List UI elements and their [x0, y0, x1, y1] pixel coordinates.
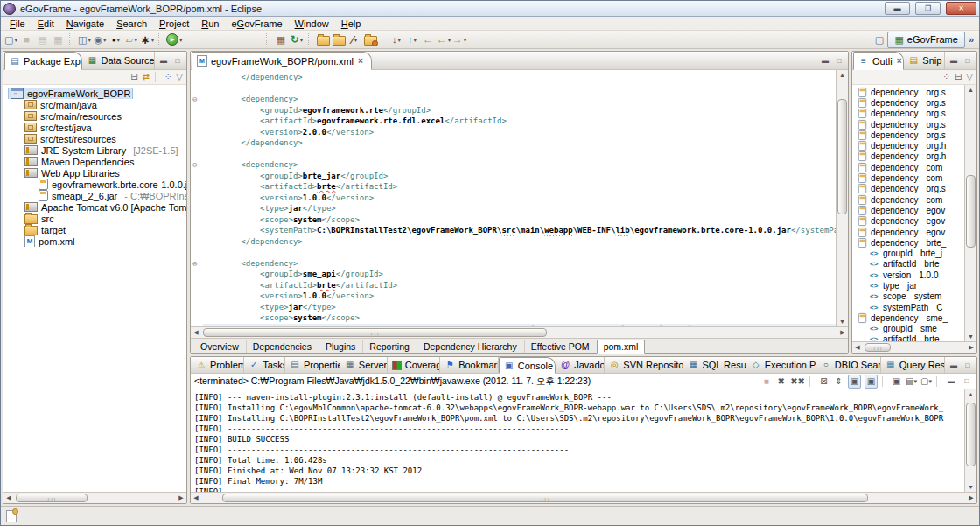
terminate-button[interactable]: ■ [760, 375, 772, 388]
outline-item[interactable]: dependencyegov [852, 205, 964, 215]
tree-item[interactable]: src [4, 213, 186, 224]
scrollbar-track[interactable] [965, 95, 976, 332]
page-tab-overview[interactable]: Overview [193, 340, 246, 353]
terminal-dropdown-button[interactable]: ▾ [108, 32, 123, 47]
scrollbar-track[interactable] [836, 80, 848, 317]
editor-margin-cell[interactable]: ⊖ [191, 258, 203, 270]
outline-item[interactable]: dependencycom [852, 194, 964, 205]
tree-item-content[interactable]: src/main/resources [23, 110, 123, 122]
scrollbar-thumb[interactable] [864, 343, 891, 352]
outline-item[interactable]: <>groupIdsme_ [852, 324, 964, 334]
new-web-wizard-button[interactable]: ▾ [93, 32, 108, 47]
filters-button[interactable]: ⁘ [164, 73, 172, 81]
search-brush-button[interactable]: ▾ [347, 32, 362, 47]
tree-item-content[interactable]: src/test/resources [23, 133, 118, 144]
collapse-all-button[interactable]: ⊟ [130, 73, 137, 81]
open-perspective-button[interactable] [872, 32, 886, 47]
tab-sql-results[interactable]: SQL Results [683, 357, 746, 373]
tab-dbio-search[interactable]: DBIO Search [816, 357, 881, 373]
view-menu-button[interactable]: ▽ [966, 73, 973, 81]
new-db-wizard-button[interactable]: ▾ [77, 32, 92, 47]
editor-margin-cell[interactable]: ⊖ [191, 94, 203, 105]
outline-item[interactable]: dependencysme_ [852, 312, 964, 323]
menu-search[interactable]: Search [110, 17, 153, 30]
new-wizard-button[interactable]: ▾ [4, 32, 18, 47]
scroll-left-arrow[interactable]: ◀ [191, 329, 201, 336]
previous-annotation-button[interactable]: ▾ [405, 32, 420, 47]
maximize-panel-button[interactable]: □ [172, 55, 184, 67]
editor-code-area[interactable]: </dependency>⊖ <dependency> <groupId>ego… [191, 70, 836, 326]
collapse-all-button[interactable]: ⊟ [955, 73, 962, 81]
sort-button[interactable]: ⁘ [943, 73, 950, 81]
console-vscrollbar[interactable]: ▲ ▼ [964, 389, 976, 492]
new-file-dropdown-button[interactable]: ▾ [124, 32, 139, 47]
outline-item[interactable]: dependencyorg.s [852, 184, 964, 194]
minimize-panel-button[interactable]: ▬ [819, 55, 831, 67]
outline-vscrollbar[interactable]: ▲ ▼ [964, 85, 976, 341]
tab-package-explorer[interactable]: Package Expl × [4, 52, 82, 70]
import-folder-button[interactable] [332, 32, 346, 47]
tree-item-content[interactable]: egovframework.brte.core-1.0.0.jar- C:₩ [37, 179, 186, 190]
tab-svn-repositories[interactable]: SVN Repositories [605, 357, 683, 373]
scroll-down-arrow[interactable]: ▼ [968, 332, 974, 341]
tab-javadoc[interactable]: Javadoc [556, 357, 605, 373]
minimize-panel-button[interactable]: ▬ [948, 55, 960, 67]
tree-item-content[interactable]: Apache Tomcat v6.0 [Apache Tomcat v6.0 [23, 201, 186, 213]
next-annotation-button[interactable]: ▾ [389, 32, 404, 47]
scroll-up-arrow[interactable]: ▲ [839, 70, 845, 80]
scrollbar-track[interactable] [965, 399, 976, 482]
close-icon[interactable]: × [357, 56, 364, 66]
show-console-on-stdout-button[interactable]: ▣ [848, 375, 861, 389]
close-window-button[interactable]: ✕ [946, 2, 976, 15]
tree-item[interactable]: Maven Dependencies [4, 156, 186, 167]
menu-run[interactable]: Run [195, 17, 225, 30]
scroll-left-arrow[interactable]: ◀ [191, 494, 201, 501]
tree-item-content[interactable]: smeapi_2_6.jar- C:₩BOPRInstallTest2₩e [37, 190, 186, 201]
editor-vscrollbar[interactable]: ▲ ▼ [836, 70, 848, 326]
minimize-panel-button[interactable]: ▬ [158, 55, 170, 67]
clear-console-button[interactable]: ⊠ [818, 375, 830, 388]
outline-item[interactable]: dependencybrte_ [852, 237, 964, 248]
outline-item[interactable]: <>typejar [852, 280, 964, 291]
page-tab-dependency-hierarchy[interactable]: Dependency Hierarchy [416, 340, 524, 353]
remove-launch-button[interactable]: ✖ [775, 375, 787, 388]
tree-item[interactable]: JRE System Library[J2SE-1.5] [4, 144, 186, 156]
tab-execution-plan[interactable]: Execution Plan [746, 357, 816, 373]
scroll-left-arrow[interactable]: ◀ [4, 494, 14, 501]
menu-navigate[interactable]: Navigate [60, 17, 110, 30]
page-tab-pom-xml[interactable]: pom.xml [597, 340, 646, 354]
outline-item[interactable]: dependencyegov [852, 227, 964, 237]
menu-edit[interactable]: Edit [32, 17, 60, 30]
print-button[interactable] [51, 32, 66, 47]
editor-hscrollbar[interactable]: ◀ ▶ [191, 326, 848, 338]
restore-window-button[interactable]: ❐ [915, 2, 941, 15]
tree-item-content[interactable]: Maven Dependencies [23, 156, 136, 167]
tree-item[interactable]: src/test/java [4, 122, 186, 133]
fold-collapse-icon[interactable]: ⊖ [192, 258, 197, 270]
tab-servers[interactable]: Servers [340, 357, 388, 373]
scroll-down-arrow[interactable]: ▼ [968, 482, 974, 492]
maximize-panel-button[interactable]: □ [961, 375, 973, 387]
perspective-egovframe-button[interactable]: eGovFrame [887, 32, 964, 48]
tree-item[interactable]: smeapi_2_6.jar- C:₩BOPRInstallTest2₩e [4, 190, 186, 201]
remove-all-launches-button[interactable]: ✖✖ [790, 375, 805, 388]
scroll-lock-button[interactable]: ⇕ [833, 375, 844, 388]
maximize-panel-button[interactable]: □ [962, 360, 974, 371]
close-icon[interactable]: × [896, 56, 903, 66]
scrollbar-thumb[interactable] [966, 403, 976, 466]
menu-project[interactable]: Project [153, 17, 195, 30]
editor-margin-cell[interactable]: ⊖ [191, 159, 203, 171]
scroll-right-arrow[interactable]: ▶ [966, 494, 976, 501]
scroll-right-arrow[interactable]: ▶ [966, 344, 976, 351]
scrollbar-thumb[interactable] [966, 175, 976, 248]
tree-item-content[interactable]: JRE System Library[J2SE-1.5] [23, 144, 180, 156]
display-selected-console-button[interactable]: ▤▾ [906, 375, 917, 388]
outline-hscrollbar[interactable]: ◀ ▶ [852, 341, 976, 353]
egovframe-sync-button[interactable]: ▾ [290, 32, 304, 47]
tab-snippets[interactable]: Snip [904, 52, 945, 69]
outline-item[interactable]: dependencyorg.h [852, 140, 964, 151]
outline-item[interactable]: <>version1.0.0 [852, 270, 964, 280]
tree-item[interactable]: pom.xml [4, 235, 186, 247]
tab-properties[interactable]: Properties [285, 357, 340, 373]
tree-item[interactable]: target [4, 224, 186, 235]
